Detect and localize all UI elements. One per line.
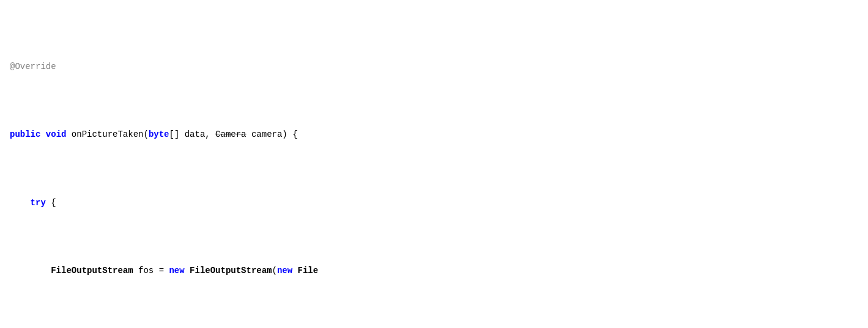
code-line-4: FileOutputStream fos = new FileOutputStr… [0, 264, 868, 277]
type-fos2: FileOutputStream [190, 266, 272, 275]
code-line-3: try { [0, 196, 868, 210]
code-editor: @Override public void onPictureTaken(byt… [0, 0, 868, 328]
camera-type: Camera [215, 129, 246, 139]
code-line-1: @Override [0, 60, 868, 73]
type-fos: FileOutputStream [51, 266, 133, 275]
keyword-public: public [10, 129, 40, 139]
annotation: @Override [10, 62, 56, 71]
keyword-byte: byte [149, 129, 169, 139]
keyword-new1: new [169, 266, 184, 275]
keyword-new2: new [277, 266, 292, 275]
type-file: File [298, 266, 319, 275]
keyword-try: try [31, 198, 46, 208]
method-name: onPictureTaken [72, 129, 144, 139]
code-line-2: public void onPictureTaken(byte[] data, … [0, 128, 868, 141]
keyword-void: void [46, 129, 67, 139]
